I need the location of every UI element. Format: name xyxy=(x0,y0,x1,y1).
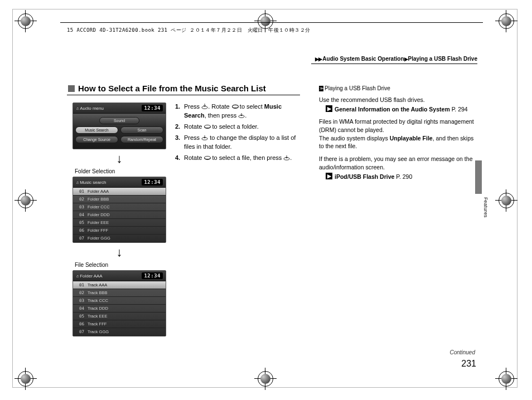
list-item: 05Track EEE xyxy=(73,313,166,320)
folder-selection-label: Folder Selection xyxy=(75,168,166,174)
section-tab xyxy=(475,160,482,194)
crop-mark-icon xyxy=(14,189,37,212)
instruction-steps: 1. Press . Rotate to select Music Search… xyxy=(175,103,303,165)
screenshot-column: Audio menu 12:34 Sound Music SearchScan … xyxy=(72,103,166,341)
crop-mark-icon xyxy=(495,10,518,32)
screen-title: Music search xyxy=(76,180,106,185)
square-bullet-icon xyxy=(68,85,75,92)
step-4: 4. Rotate to select a file, then press . xyxy=(175,154,303,163)
cross-reference: ▶ General Information on the Audio Syste… xyxy=(326,105,477,114)
breadcrumb: ▶▶Audio System Basic Operation▶Playing a… xyxy=(315,56,477,62)
clock: 12:34 xyxy=(142,105,163,111)
change-source-button: Change Source xyxy=(75,136,118,143)
reference-icon: ▶ xyxy=(326,173,332,179)
screen-title: Folder AAA xyxy=(76,274,103,279)
folder-screen: Folder AAA 12:34 01Track AAA02Track BBB0… xyxy=(72,270,166,336)
section-title: How to Select a File from the Music Sear… xyxy=(68,84,274,93)
sidebar-heading: ≫Playing a USB Flash Drive xyxy=(319,85,477,92)
cross-reference: ▶ iPod/USB Flash Drive P. 290 xyxy=(326,173,477,181)
sidebar-text: If there is a problem, you may see an er… xyxy=(319,155,477,171)
breadcrumb-rule xyxy=(311,64,477,64)
step-2: 2. Rotate to select a folder. xyxy=(175,123,303,131)
push-button-icon xyxy=(201,104,208,109)
rotate-dial-icon xyxy=(231,104,238,109)
continued-label: Continued xyxy=(449,349,475,355)
list-item: 01Track AAA xyxy=(73,281,166,289)
chevron-right-icon: ▶▶ xyxy=(315,56,322,62)
push-button-icon xyxy=(283,155,290,160)
rotate-dial-icon xyxy=(204,124,210,129)
step-3: 3. Press to change the display to a list… xyxy=(175,134,303,152)
crop-mark-icon xyxy=(14,10,37,32)
list-item: 01Folder AAA xyxy=(73,188,166,196)
clock: 12:34 xyxy=(142,272,163,279)
list-item: 07Track GGG xyxy=(73,328,166,336)
sidebar-text: Use the recommended USB flash drives. xyxy=(319,96,477,104)
arrow-down-icon: ↓ xyxy=(72,154,166,167)
list-item: 04Track DDD xyxy=(73,305,166,313)
list-item: 03Track CCC xyxy=(73,297,166,305)
svg-point-8 xyxy=(205,156,211,159)
step-1: 1. Press . Rotate to select Music Search… xyxy=(175,103,303,120)
crop-mark-icon xyxy=(254,368,277,390)
list-item: 05Folder EEE xyxy=(73,219,166,227)
section-tab-label: Features xyxy=(483,197,489,218)
screen-title: Audio menu xyxy=(76,106,104,111)
list-item: 06Track FFF xyxy=(73,320,166,328)
sidebar-text: Files in WMA format protected by digital… xyxy=(319,118,477,134)
push-button-icon xyxy=(238,113,245,118)
audio-menu-screen: Audio menu 12:34 Sound Music SearchScan … xyxy=(72,103,166,149)
clock: 12:34 xyxy=(142,179,163,186)
crop-mark-icon xyxy=(14,368,37,390)
title-rule xyxy=(67,95,300,95)
scan-button: Scan xyxy=(120,126,163,134)
page-number: 231 xyxy=(461,359,476,369)
chevron-right-icon: ≫ xyxy=(319,86,323,91)
random-repeat-button: Random/Repeat xyxy=(120,136,163,143)
crop-mark-icon xyxy=(495,368,518,390)
info-sidebar: ≫Playing a USB Flash Drive Use the recom… xyxy=(319,85,477,185)
list-item: 03Folder CCC xyxy=(73,203,166,211)
sidebar-text: The audio system displays Unplayable Fil… xyxy=(319,134,477,150)
list-item: 07Folder GGG xyxy=(73,235,166,242)
file-selection-label: File Selection xyxy=(75,262,166,268)
svg-point-5 xyxy=(205,125,211,128)
arrow-down-icon: ↓ xyxy=(72,247,166,261)
print-metadata: 15 ACCORD 4D-31T2A6200.book 231 ページ ２０１４… xyxy=(67,27,310,34)
chevron-right-icon: ▶ xyxy=(404,56,408,62)
music-search-button: Music Search xyxy=(75,126,118,134)
list-item: 04Folder DDD xyxy=(73,211,166,219)
top-crop-rule xyxy=(60,22,483,23)
list-item: 06Folder FFF xyxy=(73,227,166,235)
push-button-icon xyxy=(201,135,208,140)
sound-button: Sound xyxy=(99,117,139,124)
music-search-screen: Music search 12:34 01Folder AAA02Folder … xyxy=(72,177,166,243)
rotate-dial-icon xyxy=(204,155,210,160)
reference-icon: ▶ xyxy=(326,105,332,112)
list-item: 02Folder BBB xyxy=(73,196,166,203)
crop-mark-icon xyxy=(495,189,518,212)
list-item: 02Track BBB xyxy=(73,289,166,297)
